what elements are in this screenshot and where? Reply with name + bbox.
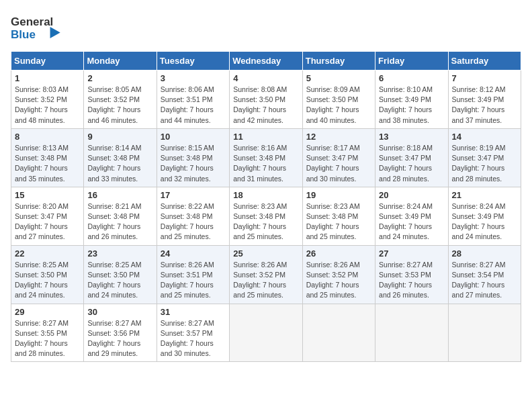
- day-info: Sunrise: 8:27 AM Sunset: 3:57 PM Dayligh…: [161, 318, 226, 359]
- calendar-cell: 6Sunrise: 8:10 AM Sunset: 3:49 PM Daylig…: [375, 71, 448, 129]
- calendar-cell: 11Sunrise: 8:16 AM Sunset: 3:48 PM Dayli…: [230, 128, 302, 187]
- day-number: 20: [379, 190, 444, 200]
- day-info: Sunrise: 8:09 AM Sunset: 3:50 PM Dayligh…: [306, 85, 371, 126]
- day-info: Sunrise: 8:24 AM Sunset: 3:49 PM Dayligh…: [379, 201, 444, 242]
- calendar-week-3: 15Sunrise: 8:20 AM Sunset: 3:47 PM Dayli…: [11, 187, 521, 245]
- day-number: 5: [306, 73, 371, 83]
- calendar-cell: 3Sunrise: 8:06 AM Sunset: 3:51 PM Daylig…: [157, 71, 229, 129]
- day-number: 25: [233, 248, 298, 259]
- day-header-monday: Monday: [84, 52, 157, 71]
- day-number: 9: [87, 132, 152, 142]
- calendar-header: SundayMondayTuesdayWednesdayThursdayFrid…: [11, 52, 521, 71]
- page-header: General Blue: [11, 11, 521, 47]
- calendar-cell: 12Sunrise: 8:17 AM Sunset: 3:47 PM Dayli…: [302, 128, 375, 187]
- logo-svg: General Blue: [11, 11, 68, 44]
- day-info: Sunrise: 8:17 AM Sunset: 3:47 PM Dayligh…: [306, 143, 371, 184]
- day-number: 27: [379, 248, 444, 259]
- days-of-week-row: SundayMondayTuesdayWednesdayThursdayFrid…: [11, 52, 521, 71]
- logo: General Blue: [11, 11, 64, 47]
- day-info: Sunrise: 8:25 AM Sunset: 3:50 PM Dayligh…: [15, 260, 80, 301]
- day-info: Sunrise: 8:20 AM Sunset: 3:47 PM Dayligh…: [15, 201, 80, 242]
- day-info: Sunrise: 8:18 AM Sunset: 3:47 PM Dayligh…: [379, 143, 444, 184]
- svg-text:Blue: Blue: [11, 28, 36, 41]
- calendar-cell: 14Sunrise: 8:19 AM Sunset: 3:47 PM Dayli…: [448, 128, 521, 187]
- calendar-cell: 21Sunrise: 8:24 AM Sunset: 3:49 PM Dayli…: [448, 187, 521, 245]
- day-number: 31: [161, 307, 226, 317]
- calendar-cell: 8Sunrise: 8:13 AM Sunset: 3:48 PM Daylig…: [11, 128, 84, 187]
- calendar-cell: 2Sunrise: 8:05 AM Sunset: 3:52 PM Daylig…: [84, 71, 157, 129]
- day-info: Sunrise: 8:08 AM Sunset: 3:50 PM Dayligh…: [233, 85, 298, 126]
- calendar-cell: 20Sunrise: 8:24 AM Sunset: 3:49 PM Dayli…: [375, 187, 448, 245]
- day-info: Sunrise: 8:24 AM Sunset: 3:49 PM Dayligh…: [452, 201, 517, 242]
- day-number: 13: [379, 132, 444, 142]
- day-number: 7: [452, 73, 517, 83]
- calendar-cell: 4Sunrise: 8:08 AM Sunset: 3:50 PM Daylig…: [230, 71, 302, 129]
- day-info: Sunrise: 8:06 AM Sunset: 3:51 PM Dayligh…: [161, 85, 226, 126]
- day-info: Sunrise: 8:26 AM Sunset: 3:51 PM Dayligh…: [161, 260, 226, 301]
- calendar-cell: 31Sunrise: 8:27 AM Sunset: 3:57 PM Dayli…: [157, 304, 229, 362]
- calendar-cell: [448, 304, 521, 362]
- day-info: Sunrise: 8:27 AM Sunset: 3:54 PM Dayligh…: [452, 260, 517, 301]
- day-info: Sunrise: 8:25 AM Sunset: 3:50 PM Dayligh…: [87, 260, 152, 301]
- day-number: 17: [161, 190, 226, 200]
- day-header-tuesday: Tuesday: [157, 52, 229, 71]
- calendar-cell: 16Sunrise: 8:21 AM Sunset: 3:48 PM Dayli…: [84, 187, 157, 245]
- calendar-week-1: 1Sunrise: 8:03 AM Sunset: 3:52 PM Daylig…: [11, 71, 521, 129]
- day-info: Sunrise: 8:10 AM Sunset: 3:49 PM Dayligh…: [379, 85, 444, 126]
- day-header-saturday: Saturday: [448, 52, 521, 71]
- day-header-wednesday: Wednesday: [230, 52, 302, 71]
- day-info: Sunrise: 8:21 AM Sunset: 3:48 PM Dayligh…: [87, 201, 152, 242]
- calendar-cell: 7Sunrise: 8:12 AM Sunset: 3:49 PM Daylig…: [448, 71, 521, 129]
- day-info: Sunrise: 8:03 AM Sunset: 3:52 PM Dayligh…: [15, 85, 80, 126]
- calendar-cell: 13Sunrise: 8:18 AM Sunset: 3:47 PM Dayli…: [375, 128, 448, 187]
- day-header-thursday: Thursday: [302, 52, 375, 71]
- day-info: Sunrise: 8:22 AM Sunset: 3:48 PM Dayligh…: [161, 201, 226, 242]
- day-info: Sunrise: 8:19 AM Sunset: 3:47 PM Dayligh…: [452, 143, 517, 184]
- day-info: Sunrise: 8:05 AM Sunset: 3:52 PM Dayligh…: [87, 85, 152, 126]
- svg-text:General: General: [11, 15, 53, 28]
- day-number: 29: [15, 307, 80, 317]
- day-number: 3: [161, 73, 226, 83]
- day-header-friday: Friday: [375, 52, 448, 71]
- day-header-sunday: Sunday: [11, 52, 84, 71]
- calendar-cell: 29Sunrise: 8:27 AM Sunset: 3:55 PM Dayli…: [11, 304, 84, 362]
- svg-marker-2: [50, 27, 60, 38]
- calendar-cell: 1Sunrise: 8:03 AM Sunset: 3:52 PM Daylig…: [11, 71, 84, 129]
- day-info: Sunrise: 8:23 AM Sunset: 3:48 PM Dayligh…: [306, 201, 371, 242]
- day-info: Sunrise: 8:14 AM Sunset: 3:48 PM Dayligh…: [87, 143, 152, 184]
- calendar-week-5: 29Sunrise: 8:27 AM Sunset: 3:55 PM Dayli…: [11, 304, 521, 362]
- day-number: 21: [452, 190, 517, 200]
- day-info: Sunrise: 8:27 AM Sunset: 3:55 PM Dayligh…: [15, 318, 80, 359]
- day-number: 6: [379, 73, 444, 83]
- calendar-cell: 26Sunrise: 8:26 AM Sunset: 3:52 PM Dayli…: [302, 245, 375, 304]
- day-number: 11: [233, 132, 298, 142]
- calendar-cell: 24Sunrise: 8:26 AM Sunset: 3:51 PM Dayli…: [157, 245, 229, 304]
- calendar-cell: 22Sunrise: 8:25 AM Sunset: 3:50 PM Dayli…: [11, 245, 84, 304]
- day-number: 19: [306, 190, 371, 200]
- day-number: 4: [233, 73, 298, 83]
- day-number: 24: [161, 248, 226, 259]
- calendar-cell: 25Sunrise: 8:26 AM Sunset: 3:52 PM Dayli…: [230, 245, 302, 304]
- day-info: Sunrise: 8:27 AM Sunset: 3:56 PM Dayligh…: [87, 318, 152, 359]
- day-number: 10: [161, 132, 226, 142]
- calendar-cell: [230, 304, 302, 362]
- calendar-cell: 15Sunrise: 8:20 AM Sunset: 3:47 PM Dayli…: [11, 187, 84, 245]
- calendar-cell: 18Sunrise: 8:23 AM Sunset: 3:48 PM Dayli…: [230, 187, 302, 245]
- calendar-cell: 9Sunrise: 8:14 AM Sunset: 3:48 PM Daylig…: [84, 128, 157, 187]
- day-info: Sunrise: 8:15 AM Sunset: 3:48 PM Dayligh…: [161, 143, 226, 184]
- day-number: 15: [15, 190, 80, 200]
- day-number: 23: [87, 248, 152, 259]
- calendar-cell: 27Sunrise: 8:27 AM Sunset: 3:53 PM Dayli…: [375, 245, 448, 304]
- calendar-cell: [302, 304, 375, 362]
- day-info: Sunrise: 8:23 AM Sunset: 3:48 PM Dayligh…: [233, 201, 298, 242]
- day-info: Sunrise: 8:16 AM Sunset: 3:48 PM Dayligh…: [233, 143, 298, 184]
- day-number: 28: [452, 248, 517, 259]
- calendar-cell: 23Sunrise: 8:25 AM Sunset: 3:50 PM Dayli…: [84, 245, 157, 304]
- calendar-body: 1Sunrise: 8:03 AM Sunset: 3:52 PM Daylig…: [11, 71, 521, 362]
- day-number: 12: [306, 132, 371, 142]
- day-number: 16: [87, 190, 152, 200]
- day-number: 14: [452, 132, 517, 142]
- calendar-cell: 10Sunrise: 8:15 AM Sunset: 3:48 PM Dayli…: [157, 128, 229, 187]
- day-number: 26: [306, 248, 371, 259]
- day-info: Sunrise: 8:26 AM Sunset: 3:52 PM Dayligh…: [306, 260, 371, 301]
